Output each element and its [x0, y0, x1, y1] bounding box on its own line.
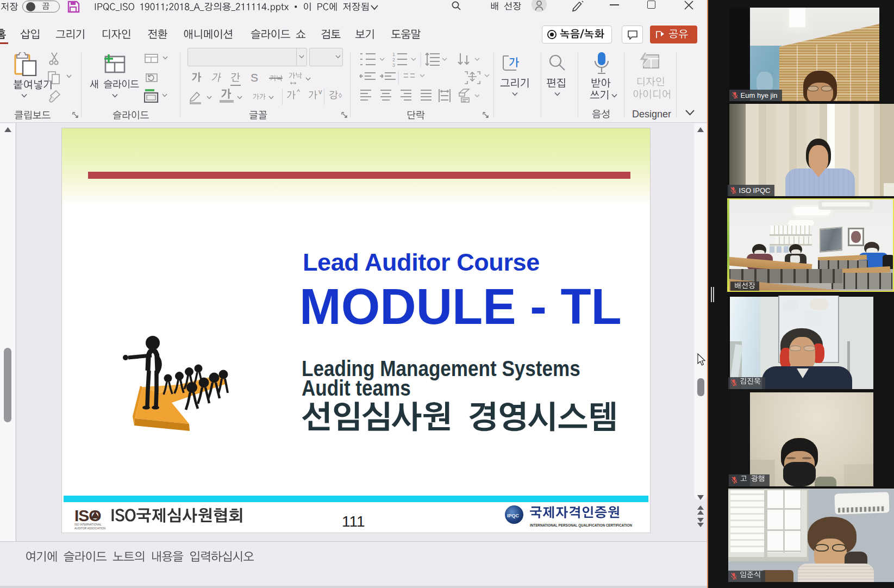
svg-text:1: 1 [392, 52, 395, 57]
svg-text:3: 3 [392, 62, 395, 68]
svg-text:2: 2 [392, 57, 395, 62]
